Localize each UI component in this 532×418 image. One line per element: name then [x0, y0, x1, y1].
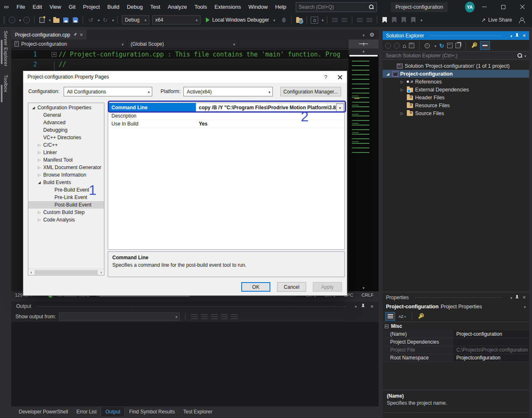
expander-icon[interactable]: [399, 111, 405, 116]
menu-item[interactable]: Git: [65, 0, 79, 14]
menu-item[interactable]: Debug: [123, 0, 146, 14]
collapse-all-icon[interactable]: [447, 43, 453, 48]
solution-tree-item[interactable]: External Dependencies: [383, 86, 529, 93]
find-message-icon[interactable]: [191, 314, 198, 319]
save-button[interactable]: [62, 15, 70, 25]
minimize-button[interactable]: [475, 0, 494, 14]
show-all-files-toggle[interactable]: [480, 41, 490, 50]
search-icon[interactable]: [517, 53, 522, 58]
expander-icon[interactable]: [399, 80, 405, 84]
search-options-dropdown[interactable]: [522, 53, 526, 59]
nav-scope-dropdown[interactable]: (Global Scope): [127, 39, 239, 48]
filter-dropdown[interactable]: [433, 43, 436, 49]
category-tree-item[interactable]: C/C++: [28, 141, 104, 149]
navigate-back-button[interactable]: ←: [8, 15, 16, 25]
scroll-down-icon[interactable]: ▼: [349, 285, 379, 291]
menu-item[interactable]: Help: [272, 0, 290, 14]
undo-button[interactable]: ↺: [87, 15, 95, 25]
panel-tab[interactable]: Output: [101, 407, 125, 416]
panel-tab[interactable]: Test Explorer: [179, 407, 217, 416]
rail-scrollbar[interactable]: [1, 85, 2, 102]
close-panel-icon[interactable]: ×: [522, 33, 526, 38]
menu-item[interactable]: File: [13, 0, 29, 14]
category-tree-item[interactable]: Manifest Tool: [28, 156, 104, 164]
window-position-dropdown[interactable]: [509, 33, 512, 39]
menu-item[interactable]: Analyze: [164, 0, 191, 14]
redo-button[interactable]: ↻: [101, 15, 109, 25]
pending-changes-filter-icon[interactable]: [425, 43, 430, 48]
search-icon[interactable]: [369, 4, 374, 10]
close-panel-icon[interactable]: ×: [370, 304, 374, 309]
pin-icon[interactable]: [515, 295, 519, 300]
preview-selected-items-icon[interactable]: [455, 43, 460, 48]
dialog-help-button[interactable]: ?: [319, 71, 333, 83]
back-dropdown[interactable]: [17, 17, 21, 23]
property-row[interactable]: Root Namespace Projectconfiguration: [383, 354, 529, 362]
close-button[interactable]: [513, 0, 532, 14]
tool-window-tab[interactable]: Server Explorer: [3, 27, 8, 71]
close-tab-icon[interactable]: ×: [80, 32, 83, 37]
apply-button[interactable]: Apply: [313, 282, 342, 292]
alphabetical-sort-icon[interactable]: AZ: [398, 315, 406, 319]
menu-item[interactable]: Edit: [29, 0, 46, 14]
open-file-button[interactable]: [52, 15, 60, 25]
account-avatar[interactable]: YA: [465, 2, 475, 12]
property-pages-wrench-icon[interactable]: [418, 313, 424, 320]
solution-tree-item[interactable]: Source Files: [383, 109, 529, 117]
clear-bookmarks-button[interactable]: [409, 15, 418, 25]
find-in-files-button[interactable]: [295, 15, 303, 25]
minimap-viewport-thumb[interactable]: [349, 55, 378, 57]
menu-item[interactable]: Test: [146, 0, 164, 14]
expander-icon[interactable]: [37, 165, 42, 170]
home-icon[interactable]: ⌂: [403, 43, 406, 49]
increase-indent-button[interactable]: [365, 15, 374, 25]
category-tree-item[interactable]: General: [28, 111, 104, 119]
solution-tree-item[interactable]: Resource Files: [383, 101, 529, 109]
solution-tree-item[interactable]: Solution 'Project-configuration' (1 of 1…: [383, 62, 529, 70]
toggle-bookmark-button[interactable]: [381, 15, 389, 25]
panel-tab[interactable]: Error List: [72, 407, 101, 416]
platform-combo[interactable]: Active(x64): [183, 87, 273, 96]
expander-icon[interactable]: [37, 173, 42, 177]
quick-search-box[interactable]: [296, 2, 377, 12]
panel-tab[interactable]: Developer PowerShell: [15, 407, 72, 416]
minimap-scrollbar[interactable]: ▲ ▼: [349, 49, 379, 291]
solution-configuration-combo[interactable]: Debug: [122, 15, 149, 25]
properties-wrench-icon[interactable]: [471, 42, 477, 49]
back-icon[interactable]: ←: [385, 43, 391, 49]
tree-horizontal-scrollbar[interactable]: ‹ ›: [28, 269, 104, 275]
expander-icon[interactable]: [399, 88, 405, 92]
bookmark-dropdown[interactable]: [419, 17, 423, 23]
solution-explorer-home-button[interactable]: ⌂: [310, 15, 319, 25]
menu-item[interactable]: Extensions: [211, 0, 245, 14]
output-content[interactable]: [11, 322, 379, 406]
property-row[interactable]: (Name) Project-configuration: [383, 330, 529, 338]
properties-object-selector[interactable]: Project-configuration Project Properties: [383, 302, 529, 311]
solution-tree-item[interactable]: References: [383, 78, 529, 86]
property-row[interactable]: Project Dependencies: [383, 338, 529, 346]
feedback-icon[interactable]: [519, 17, 525, 23]
cancel-button[interactable]: Cancel: [277, 282, 306, 292]
pin-icon[interactable]: [515, 33, 519, 38]
document-options-gear-icon[interactable]: ⚙: [369, 32, 374, 38]
category-tree-item[interactable]: Custom Build Step: [28, 209, 104, 216]
category-tree-item[interactable]: Debugging: [28, 126, 104, 134]
rail-scrollbar[interactable]: [1, 40, 2, 64]
solution-explorer-header[interactable]: Solution Explorer ×: [383, 31, 529, 40]
next-bookmark-button[interactable]: [400, 15, 408, 25]
menu-item[interactable]: View: [46, 0, 65, 14]
collapse-category-icon[interactable]: [385, 325, 388, 328]
tool-window-tab[interactable]: Toolbox: [3, 71, 8, 96]
window-position-dropdown[interactable]: [509, 295, 512, 300]
category-tree-item[interactable]: VC++ Directories: [28, 134, 104, 141]
pin-icon[interactable]: [361, 304, 365, 309]
property-row[interactable]: Project File C:\Projects\Project-configu…: [383, 346, 529, 354]
solution-tree-item[interactable]: Header Files: [383, 93, 529, 101]
forward-icon[interactable]: →: [394, 43, 400, 49]
configuration-manager-button[interactable]: Configuration Manager...: [280, 87, 341, 96]
menu-item[interactable]: Window: [245, 0, 271, 14]
category-tree-item[interactable]: Post-Build Event: [28, 201, 104, 209]
toolbar-grip[interactable]: [3, 17, 5, 23]
nav-member-dropdown[interactable]: [239, 39, 349, 48]
navigate-forward-button[interactable]: →: [22, 15, 31, 25]
